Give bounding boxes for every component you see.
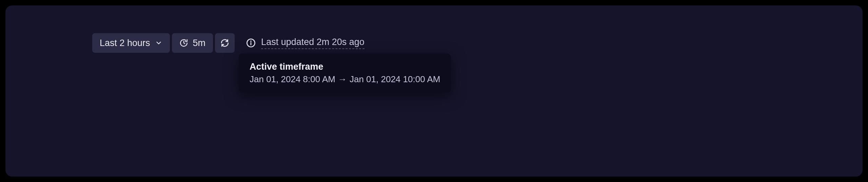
tooltip-title: Active timeframe xyxy=(250,62,440,72)
info-icon xyxy=(246,38,256,48)
toolbar: Last 2 hours 5m xyxy=(92,33,364,53)
svg-point-2 xyxy=(251,41,251,41)
arrow-right-icon: → xyxy=(338,74,347,85)
refresh-button[interactable] xyxy=(215,33,235,53)
refresh-interval-button[interactable]: 5m xyxy=(172,33,213,53)
tooltip-body: Jan 01, 2024 8:00 AM → Jan 01, 2024 10:0… xyxy=(250,74,440,85)
active-timeframe-tooltip: Active timeframe Jan 01, 2024 8:00 AM → … xyxy=(239,53,451,93)
interval-label: 5m xyxy=(193,38,206,48)
clock-refresh-icon xyxy=(179,39,188,47)
button-group: Last 2 hours 5m xyxy=(92,33,235,53)
chevron-down-icon xyxy=(155,39,162,47)
timeframe-from: Jan 01, 2024 8:00 AM xyxy=(250,74,335,85)
timerange-button[interactable]: Last 2 hours xyxy=(92,33,170,53)
refresh-icon xyxy=(220,39,229,47)
timerange-label: Last 2 hours xyxy=(100,38,150,48)
status-wrap: Last updated 2m 20s ago xyxy=(246,37,364,49)
timeframe-to: Jan 01, 2024 10:00 AM xyxy=(350,74,440,85)
panel-container: Last 2 hours 5m xyxy=(5,5,863,177)
last-updated-text[interactable]: Last updated 2m 20s ago xyxy=(261,37,364,49)
